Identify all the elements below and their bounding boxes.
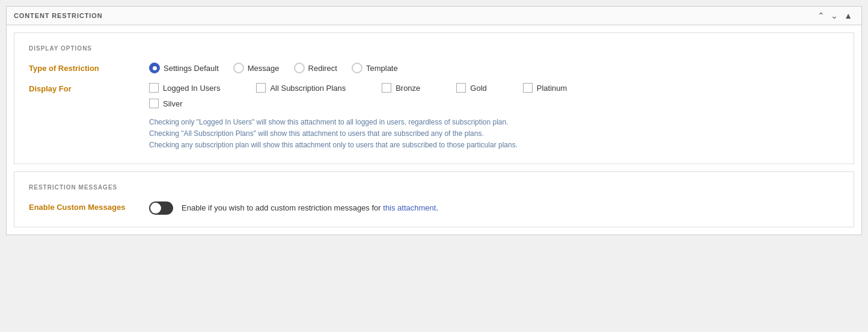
radio-message-label: Message [248, 64, 280, 73]
radio-redirect-label: Redirect [308, 64, 337, 73]
content-restriction-panel: CONTENT RESTRICTION ⌃ ⌄ ▲ DISPLAY OPTION… [6, 6, 862, 235]
toggle-description-link: this attachment [383, 203, 436, 212]
checkbox-silver-box [149, 99, 159, 108]
restriction-type-radio-group: Settings Default Message Redirect [149, 63, 839, 73]
checkbox-platinum-label: Platinum [537, 84, 567, 93]
type-of-restriction-options: Settings Default Message Redirect [149, 63, 839, 73]
radio-settings-default-label: Settings Default [164, 64, 219, 73]
radio-template-label: Template [366, 64, 398, 73]
checkbox-bronze-box [382, 83, 391, 93]
checkbox-platinum[interactable]: Platinum [523, 83, 567, 93]
collapse-down-button[interactable]: ⌄ [829, 11, 840, 20]
enable-custom-messages-row: Enable Custom Messages Enable if you wis… [29, 201, 839, 215]
type-of-restriction-label: Type of Restriction [29, 63, 149, 73]
panel-body: DISPLAY OPTIONS Type of Restriction Sett… [7, 25, 861, 235]
radio-settings-default-circle [149, 63, 160, 73]
enable-custom-messages-toggle[interactable] [149, 201, 173, 215]
radio-message-circle [233, 63, 244, 73]
display-options-section: DISPLAY OPTIONS Type of Restriction Sett… [14, 32, 854, 164]
checkbox-all-subscription-plans[interactable]: All Subscription Plans [256, 83, 346, 93]
restriction-messages-label: RESTRICTION MESSAGES [29, 184, 839, 191]
checkbox-gold[interactable]: Gold [456, 83, 486, 93]
display-for-label: Display For [29, 83, 149, 93]
checkbox-bronze[interactable]: Bronze [382, 83, 420, 93]
checkbox-row-2: Silver [149, 99, 839, 108]
toggle-knob [150, 203, 161, 214]
checkbox-logged-in-users-box [149, 83, 159, 93]
panel-header: CONTENT RESTRICTION ⌃ ⌄ ▲ [7, 7, 861, 25]
info-text-1: Checking only "Logged In Users" will sho… [149, 117, 839, 128]
radio-message[interactable]: Message [233, 63, 280, 73]
radio-template-circle [352, 63, 362, 73]
checkbox-silver[interactable]: Silver [149, 99, 183, 108]
enable-custom-messages-label: Enable Custom Messages [29, 201, 149, 212]
checkbox-all-subscription-plans-label: All Subscription Plans [270, 84, 346, 93]
radio-template[interactable]: Template [352, 63, 398, 73]
type-of-restriction-row: Type of Restriction Settings Default Mes… [29, 63, 839, 73]
checkbox-gold-label: Gold [470, 84, 486, 93]
checkbox-logged-in-users-label: Logged In Users [163, 84, 220, 93]
radio-settings-default[interactable]: Settings Default [149, 63, 219, 73]
radio-redirect-circle [294, 63, 305, 73]
checkbox-gold-box [456, 83, 466, 93]
enable-custom-messages-content: Enable if you wish to add custom restric… [149, 201, 839, 215]
display-for-options: Logged In Users All Subscription Plans B… [149, 83, 839, 152]
restriction-messages-section: RESTRICTION MESSAGES Enable Custom Messa… [14, 171, 854, 227]
panel-controls: ⌃ ⌄ ▲ [816, 11, 854, 20]
display-options-label: DISPLAY OPTIONS [29, 45, 839, 52]
display-for-info-texts: Checking only "Logged In Users" will sho… [149, 117, 839, 152]
radio-redirect[interactable]: Redirect [294, 63, 337, 73]
panel-title: CONTENT RESTRICTION [14, 12, 103, 19]
info-text-3: Checking any subscription plan will show… [149, 140, 839, 151]
checkbox-silver-label: Silver [163, 99, 183, 108]
checkbox-all-subscription-plans-box [256, 83, 266, 93]
toggle-wrapper: Enable if you wish to add custom restric… [149, 201, 839, 215]
checkbox-logged-in-users[interactable]: Logged In Users [149, 83, 220, 93]
enable-custom-messages-description: Enable if you wish to add custom restric… [182, 203, 438, 212]
checkbox-row-1: Logged In Users All Subscription Plans B… [149, 83, 839, 93]
page-wrapper: CONTENT RESTRICTION ⌃ ⌄ ▲ DISPLAY OPTION… [0, 0, 868, 332]
checkbox-platinum-box [523, 83, 533, 93]
checkbox-bronze-label: Bronze [396, 84, 420, 93]
expand-button[interactable]: ▲ [842, 11, 854, 20]
collapse-up-button[interactable]: ⌃ [816, 11, 827, 20]
info-text-2: Checking "All Subscription Plans" will s… [149, 128, 839, 140]
display-for-row: Display For Logged In Users [29, 83, 839, 152]
display-for-checkbox-group: Logged In Users All Subscription Plans B… [149, 83, 839, 114]
